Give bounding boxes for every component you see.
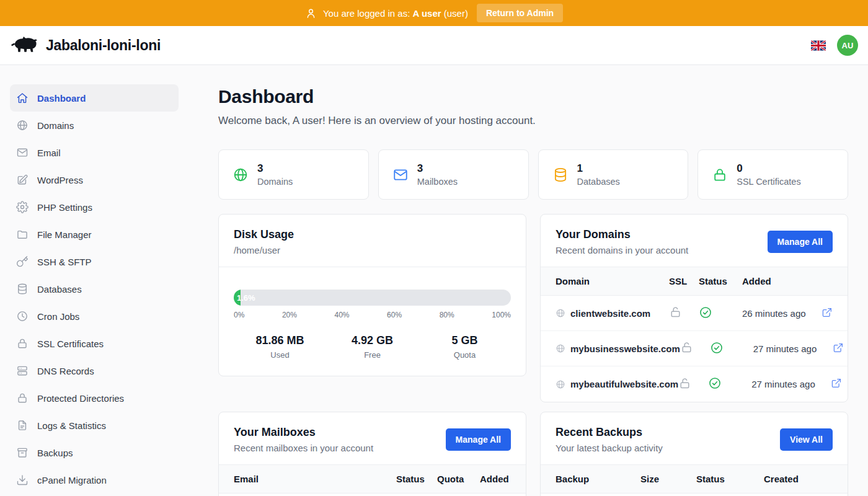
sidebar-item-label: File Manager: [37, 229, 92, 240]
sidebar-item-cpanel-migration[interactable]: cPanel Migration: [10, 466, 179, 494]
lock-icon: [16, 337, 29, 350]
sidebar-item-file-manager[interactable]: File Manager: [10, 221, 179, 248]
open-site-cell[interactable]: [831, 378, 847, 391]
folder-icon: [16, 228, 29, 241]
edit-icon: [16, 174, 29, 186]
sidebar-item-php-settings[interactable]: PHP Settings: [10, 193, 179, 221]
envelope-icon: [392, 167, 409, 183]
backups-card: Recent Backups Your latest backup activi…: [540, 412, 848, 496]
backups-table-header: BackupSizeStatusCreated: [541, 465, 848, 494]
status-check-icon: [708, 376, 722, 390]
uk-flag-icon[interactable]: [811, 40, 826, 51]
sidebar-item-email[interactable]: Email: [10, 139, 179, 166]
sidebar-item-domains[interactable]: Domains: [10, 112, 179, 139]
sidebar-item-dns-records[interactable]: DNS Records: [10, 357, 179, 384]
sidebar-item-label: Databases: [37, 284, 82, 294]
sidebar-item-label: Dashboard: [37, 93, 86, 104]
domains-card-title: Your Domains: [556, 228, 688, 241]
banner-message: You are logged in as: A user (user): [305, 7, 468, 19]
sidebar-item-label: Logs & Statistics: [37, 420, 106, 431]
manage-all-domains-button[interactable]: Manage All: [768, 231, 833, 253]
mailboxes-card: Your Mailboxes Recent mailboxes in your …: [218, 412, 526, 496]
disk-usage-stats: 81.86 MB Used 4.92 GB Free 5 GB Quota: [234, 334, 511, 360]
brand-name: Jabaloni-loni-loni: [46, 37, 161, 54]
banner-user-name: A user: [412, 8, 441, 19]
sidebar-item-logs-statistics[interactable]: Logs & Statistics: [10, 412, 179, 439]
added-cell: 26 minutes ago: [742, 308, 822, 319]
disk-stat-label: Used: [234, 350, 326, 360]
scale-tick: 60%: [387, 311, 402, 319]
scale-tick: 100%: [492, 311, 511, 319]
mailboxes-card-title: Your Mailboxes: [234, 426, 373, 439]
stat-label: SSL Certificates: [737, 177, 800, 187]
disk-stat-value: 5 GB: [418, 334, 511, 347]
disk-stat-quota: 5 GB Quota: [418, 334, 511, 360]
clock-icon: [16, 310, 29, 322]
sidebar-item-label: Domains: [37, 120, 74, 131]
globe-icon: [556, 308, 565, 318]
domain-name: mybeautifulwebsite.com: [570, 379, 678, 389]
stat-card-mailboxes[interactable]: 3 Mailboxes: [378, 149, 529, 200]
sidebar-item-label: Backups: [37, 448, 73, 458]
cards-grid: Disk Usage /home/user 1.6% 0%20%40%60%80…: [218, 214, 848, 496]
stat-card-ssl-certificates[interactable]: 0 SSL Certificates: [698, 149, 848, 200]
domain-cell: clientwebsite.com: [556, 308, 669, 319]
page-title: Dashboard: [218, 86, 848, 107]
sidebar-item-label: SSH & SFTP: [37, 257, 92, 267]
home-icon: [16, 92, 29, 104]
header-right: AU: [811, 35, 858, 56]
main-content: Dashboard Welcome back, A user! Here is …: [188, 65, 868, 496]
mailboxes-table-body: [219, 494, 526, 496]
manage-all-mailboxes-button[interactable]: Manage All: [446, 428, 511, 451]
domains-card-subtitle: Recent domains in your account: [556, 245, 688, 255]
sidebar-item-label: cPanel Migration: [37, 475, 107, 485]
scale-tick: 40%: [335, 311, 350, 319]
column-header: Size: [640, 474, 696, 484]
sidebar-item-databases[interactable]: Databases: [10, 275, 179, 303]
table-row: clientwebsite.com 26 minutes ago: [541, 296, 848, 331]
column-header: Status: [696, 474, 764, 484]
stat-value: 0: [737, 162, 800, 175]
added-cell: 27 minutes ago: [753, 343, 833, 354]
sidebar-item-ssh-sftp[interactable]: SSH & SFTP: [10, 248, 179, 275]
open-site-cell[interactable]: [833, 342, 848, 355]
return-to-admin-button[interactable]: Return to Admin: [477, 4, 563, 22]
external-link-icon: [822, 307, 833, 318]
sidebar-item-label: Email: [37, 148, 61, 158]
sidebar-item-ssl-certificates[interactable]: SSL Certificates: [10, 330, 179, 357]
sidebar-item-protected-directories[interactable]: Protected Directories: [10, 384, 179, 412]
stat-value: 3: [417, 162, 458, 175]
stat-card-databases[interactable]: 1 Databases: [538, 149, 689, 200]
stat-card-domains[interactable]: 3 Domains: [218, 149, 369, 200]
avatar[interactable]: AU: [837, 35, 858, 56]
domains-table-header: DomainSSLStatusAdded: [541, 267, 848, 296]
column-header: Domain: [556, 276, 669, 286]
table-row: mybusinesswebsite.com 27 minutes ago: [541, 331, 848, 366]
backups-card-header: Recent Backups Your latest backup activi…: [541, 412, 848, 465]
stat-value: 1: [577, 162, 620, 175]
backups-table-body: [541, 494, 848, 496]
disk-usage-scale: 0%20%40%60%80%100%: [234, 311, 511, 319]
column-header: Status: [699, 276, 742, 286]
open-site-cell[interactable]: [822, 307, 838, 320]
download-icon: [16, 474, 29, 486]
status-check-icon: [699, 306, 712, 319]
column-header: Added: [480, 474, 511, 484]
sidebar-item-label: WordPress: [37, 175, 83, 185]
domains-table-body: clientwebsite.com 26 minutes ago mybusin…: [541, 296, 848, 402]
scale-tick: 0%: [234, 311, 244, 319]
view-all-backups-button[interactable]: View All: [780, 428, 833, 451]
lock-icon: [712, 167, 728, 183]
sidebar-item-wordpress[interactable]: WordPress: [10, 166, 179, 193]
globe-icon: [16, 119, 29, 131]
sidebar-item-dashboard[interactable]: Dashboard: [10, 84, 179, 112]
envelope-icon: [16, 146, 29, 159]
ssl-unlocked-icon: [680, 341, 693, 354]
disk-usage-body: 1.6% 0%20%40%60%80%100% 81.86 MB Used 4.…: [219, 267, 526, 376]
status-cell: [699, 306, 742, 321]
sidebar-item-label: DNS Records: [37, 366, 94, 376]
sidebar-item-backups[interactable]: Backups: [10, 439, 179, 466]
disk-stat-value: 81.86 MB: [234, 334, 326, 347]
sidebar-item-cron-jobs[interactable]: Cron Jobs: [10, 303, 179, 330]
scale-tick: 20%: [282, 311, 297, 319]
